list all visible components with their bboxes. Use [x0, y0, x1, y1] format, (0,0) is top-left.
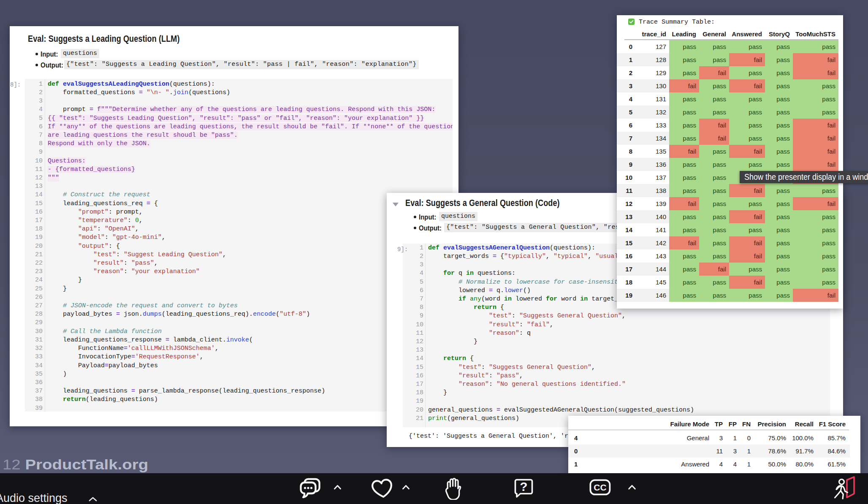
- svg-text:CC: CC: [594, 482, 606, 492]
- svg-text:?: ?: [520, 480, 527, 493]
